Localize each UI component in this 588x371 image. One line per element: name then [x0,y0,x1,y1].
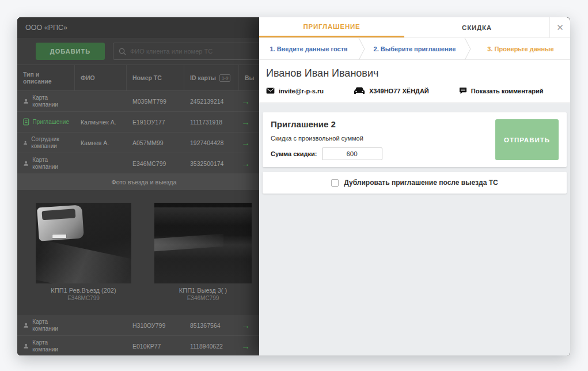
person-icon [23,322,29,329]
chevron-right-icon [464,38,471,60]
guest-email: invite@r-p-s.ru [266,88,324,94]
row-type-cell: Карта компании [17,94,75,108]
card-id-range-badge: 1-9 [219,74,231,82]
column-header-type: Тип и описание [17,65,75,90]
discount-amount-input[interactable] [322,147,382,160]
column-header-card-id: ID карты 1-9 [184,65,239,90]
table-row[interactable]: Карта компании Е346МС799 3532500174 → [17,153,271,174]
photo-caption: КПП1 Выезд 3( ) [154,287,252,294]
discount-amount-label: Сумма скидки: [271,150,317,157]
car-icon [354,87,365,94]
license-plate-in-photo [52,234,67,238]
step-2-choose-invitation[interactable]: 2. Выберите приглашение [365,38,464,59]
tab-invitation[interactable]: ПРИГЛАШЕНИЕ [259,17,404,37]
person-icon [23,343,29,350]
wall-light-band [154,234,223,251]
page-background: ООО «РПС» ДОБАВИТЬ Тип и описание ФИО [0,0,588,371]
row-type-cell: Карта компании [17,319,75,332]
close-icon: ✕ [556,22,564,33]
invitation-title: Приглашение 2 [271,119,382,129]
photo-plate-label: Е346МС799 [36,295,131,301]
invitation-modal: ПРИГЛАШЕНИЕ СКИДКА ✕ 1. Введите данные г… [259,17,570,355]
invitation-subtitle: Скидка с произвольной суммой [271,135,382,142]
wizard-steps: 1. Введите данные гостя 2. Выберите приг… [259,38,570,60]
add-button[interactable]: ДОБАВИТЬ [36,43,105,60]
row-plate: Е010КР77 [127,343,184,350]
guest-contact-row: invite@r-p-s.ru Х349НО77 ХЁНДАЙ Показать… [266,87,563,94]
row-fio: Калмычек А. [75,119,127,126]
exit-photo-block: КПП1 Выезд 3( ) Е346МС799 [154,203,252,301]
close-button[interactable]: ✕ [549,17,570,37]
toolbar: ДОБАВИТЬ [17,38,271,65]
show-comment-link[interactable]: Показать комментарий [459,87,544,94]
person-icon [23,98,29,105]
row-type-cell: Приглашение [17,118,75,126]
row-plate: А057ММ99 [127,139,184,146]
photo-plate-label: Е346МС799 [154,295,252,301]
send-button[interactable]: ОТПРАВИТЬ [495,119,559,160]
invitation-card: Приглашение 2 Скидка с произвольной сумм… [263,112,567,167]
search-input[interactable] [130,48,256,55]
card-id-header-label: ID карты [190,74,216,81]
row-plate: М035МТ799 [127,98,184,105]
row-plate: Н310ОУ799 [127,322,184,329]
step-3-verify-data[interactable]: 3. Проверьте данные [471,38,570,59]
search-box [113,43,261,60]
row-plate: Е191ОУ177 [127,119,184,126]
chevron-right-icon [358,38,365,60]
entry-photo[interactable] [36,203,131,283]
photos-section-title: Фото въезда и выезда [17,174,271,190]
ceiling-shadow [154,207,252,226]
duplicate-invitation-card: Дублировать приглашение после выезда ТС [263,172,567,194]
table-row[interactable]: Карта компании Е010КР77 1118940622 → [17,336,271,355]
table-header: Тип и описание ФИО Номер ТС ID карты 1-9… [17,65,271,91]
row-card-id: 1118940622 [184,343,239,350]
company-name: ООО «РПС» [25,24,67,32]
person-icon [23,160,29,167]
column-header-fio: ФИО [75,65,127,90]
discount-amount-row: Сумма скидки: [271,147,382,160]
app-window: ООО «РПС» ДОБАВИТЬ Тип и описание ФИО [17,17,570,355]
table-row[interactable]: Карта компании Н310ОУ799 851367564 → [17,315,271,336]
row-type-cell: Карта компании [17,339,75,353]
modal-tabs: ПРИГЛАШЕНИЕ СКИДКА ✕ [259,17,570,38]
row-type-cell: Сотрудник компании [17,136,75,149]
photos-row: КПП1 Рев.Въезд (202) Е346МС799 КПП1 Выез… [17,203,271,301]
row-card-id: 851367564 [184,322,239,329]
row-card-id: 1927404428 [184,139,239,146]
row-card-id: 3532500174 [184,160,239,167]
guest-name: Иванов Иван Иванович [266,67,563,80]
exit-photo[interactable] [154,203,252,283]
entry-photo-block: КПП1 Рев.Въезд (202) Е346МС799 [36,203,131,301]
table-row[interactable]: Приглашение Калмычек А. Е191ОУ177 111173… [17,112,271,132]
person-icon [23,139,28,146]
photo-caption: КПП1 Рев.Въезд (202) [36,287,131,294]
search-icon [119,48,126,55]
row-type-cell: Карта компании [17,157,75,170]
envelope-icon [266,88,275,94]
duplicate-checkbox-label: Дублировать приглашение после выезда ТС [344,179,498,187]
step-1-guest-data[interactable]: 1. Введите данные гостя [259,38,358,59]
invitation-icon [23,118,29,126]
row-fio: Камнев А. [75,139,127,146]
column-header-plate: Номер ТС [127,65,184,90]
floor-light-streak [36,237,131,283]
comment-icon [459,87,467,94]
table-rows-bottom: Карта компании Н310ОУ799 851367564 → Кар… [17,315,271,355]
tab-discount[interactable]: СКИДКА [404,17,549,37]
row-card-id: 1111731918 [184,119,239,126]
clients-list-pane: ДОБАВИТЬ Тип и описание ФИО Номер ТС ID … [17,38,271,355]
modal-body: Приглашение 2 Скидка с произвольной сумм… [259,103,570,355]
invitation-details: Приглашение 2 Скидка с произвольной сумм… [271,119,382,160]
row-card-id: 2452139214 [184,98,239,105]
table-row[interactable]: Сотрудник компании Камнев А. А057ММ99 19… [17,132,271,153]
table-row[interactable]: Карта компании М035МТ799 2452139214 → [17,91,271,112]
duplicate-checkbox[interactable] [331,179,339,187]
row-plate: Е346МС799 [127,160,184,167]
guest-vehicle: Х349НО77 ХЁНДАЙ [354,87,429,94]
guest-section: Иванов Иван Иванович invite@r-p-s.ru Х34… [259,60,570,103]
